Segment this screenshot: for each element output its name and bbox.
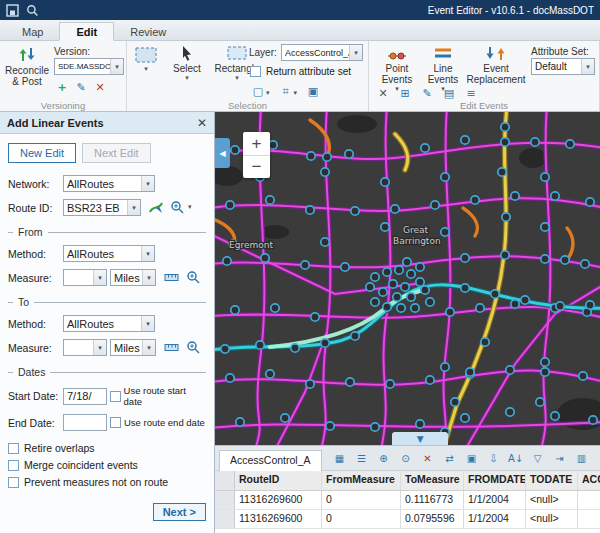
network-select[interactable]: AllRoutes▾ (63, 175, 155, 192)
point-event-marker[interactable] (236, 418, 244, 426)
point-event-marker[interactable] (441, 173, 449, 181)
point-event-marker[interactable] (411, 304, 419, 312)
point-event-marker[interactable] (281, 414, 289, 422)
point-event-marker[interactable] (521, 296, 529, 304)
collapse-panel-button[interactable]: ◀ (215, 138, 230, 168)
point-event-marker[interactable] (541, 255, 549, 263)
column-header[interactable]: ACC (578, 471, 600, 490)
point-event-marker[interactable] (426, 376, 434, 384)
point-event-marker[interactable] (383, 268, 391, 276)
delete-version-icon[interactable]: ✕ (92, 79, 108, 95)
column-header[interactable]: ToMeasure (401, 471, 464, 490)
zoom-out-button[interactable]: − (243, 155, 270, 178)
point-event-marker[interactable] (446, 308, 454, 316)
row-selector[interactable] (215, 510, 235, 528)
point-event-marker[interactable] (271, 304, 279, 312)
use-route-end-date-checkbox[interactable] (110, 417, 121, 428)
point-event-marker[interactable] (441, 228, 449, 236)
to-method-select[interactable]: AllRoutes▾ (63, 315, 155, 332)
point-event-marker[interactable] (371, 423, 379, 431)
map-canvas[interactable]: EgremontGreatBarrington ◀ + − ▼ (215, 112, 600, 445)
point-event-marker[interactable] (586, 301, 594, 309)
point-event-marker[interactable] (393, 293, 401, 301)
point-event-marker[interactable] (256, 341, 264, 349)
table-row[interactable]: 1131626960000.11167731/1/2004<null> (215, 491, 600, 510)
point-event-marker[interactable] (351, 207, 359, 215)
clear-selection-icon[interactable]: ✕ (420, 450, 436, 466)
event-replacement-button[interactable]: Event Replacement (467, 45, 525, 85)
point-event-marker[interactable] (383, 303, 391, 311)
selection-list-button[interactable]: ▣ (305, 83, 321, 99)
magnifier-icon[interactable] (26, 4, 39, 17)
select-button[interactable]: Select ▾ (165, 45, 209, 82)
point-event-marker[interactable] (223, 257, 231, 265)
collapse-table-button[interactable]: ▼ (392, 432, 448, 445)
zoom-to-measure-icon[interactable] (186, 270, 201, 285)
pick-measure-icon[interactable] (164, 271, 179, 284)
point-event-marker[interactable] (366, 283, 374, 291)
point-event-marker[interactable] (407, 293, 415, 301)
return-attribute-set-checkbox[interactable] (250, 66, 261, 77)
zoom-to-measure-icon[interactable] (186, 340, 201, 355)
table-options-icon[interactable]: ▦ (332, 450, 348, 466)
point-event-marker[interactable] (502, 213, 510, 221)
point-event-marker[interactable] (395, 266, 403, 274)
point-event-marker[interactable] (421, 286, 429, 294)
create-version-icon[interactable]: + (54, 79, 70, 95)
point-event-marker[interactable] (461, 136, 469, 144)
point-event-marker[interactable] (501, 138, 509, 146)
filter-icon[interactable]: ▽ (530, 450, 546, 466)
point-event-marker[interactable] (551, 192, 559, 200)
point-event-marker[interactable] (321, 339, 329, 347)
column-header[interactable]: RouteID (235, 471, 322, 490)
point-event-marker[interactable] (301, 261, 309, 269)
point-event-marker[interactable] (551, 412, 559, 420)
clear-selection-button[interactable]: ⌗▾ (278, 83, 298, 99)
end-date-input[interactable] (63, 414, 107, 431)
layer-select[interactable]: AccessControl_A▾ (281, 44, 363, 61)
next-button[interactable]: Next > (153, 503, 206, 521)
point-event-marker[interactable] (389, 280, 397, 288)
export-icon[interactable]: ⇩ (486, 450, 502, 466)
point-event-marker[interactable] (556, 302, 564, 310)
option-checkbox[interactable] (8, 477, 19, 488)
go-to-end-icon[interactable]: ⇥ (552, 450, 568, 466)
row-selector[interactable] (215, 491, 235, 509)
close-panel-icon[interactable]: ✕ (197, 116, 207, 130)
point-event-marker[interactable] (536, 398, 544, 406)
next-edit-button[interactable]: Next Edit (82, 143, 151, 163)
point-event-marker[interactable] (307, 152, 315, 160)
point-event-marker[interactable] (407, 270, 415, 278)
point-event-marker[interactable] (403, 258, 411, 266)
point-event-marker[interactable] (323, 153, 331, 161)
version-select[interactable]: SDE.MASSDOT_editor1▾ (54, 58, 124, 75)
point-event-marker[interactable] (581, 260, 589, 268)
point-event-marker[interactable] (345, 150, 353, 158)
point-event-marker[interactable] (466, 368, 474, 376)
from-method-select[interactable]: AllRoutes▾ (63, 245, 155, 262)
dropdown-caret-icon[interactable]: ▾ (188, 204, 192, 211)
point-event-marker[interactable] (441, 363, 449, 371)
point-event-marker[interactable] (531, 138, 539, 146)
from-measure-select[interactable]: ▾ (63, 269, 107, 286)
zoom-to-route-icon[interactable] (170, 200, 185, 215)
edit-attributes-icon[interactable]: ✎ (419, 85, 435, 101)
point-event-marker[interactable] (589, 416, 597, 424)
point-event-marker[interactable] (306, 206, 314, 214)
point-event-marker[interactable] (491, 290, 499, 298)
point-event-marker[interactable] (261, 254, 269, 262)
point-event-marker[interactable] (511, 192, 519, 200)
point-event-marker[interactable] (346, 378, 354, 386)
point-event-marker[interactable] (461, 284, 469, 292)
reconcile-post-button[interactable]: Reconcile & Post (4, 45, 50, 87)
point-event-marker[interactable] (326, 422, 334, 430)
point-event-marker[interactable] (416, 420, 424, 428)
point-event-marker[interactable] (269, 141, 277, 149)
point-event-marker[interactable] (231, 146, 239, 154)
point-event-marker[interactable] (379, 288, 387, 296)
point-event-marker[interactable] (381, 178, 389, 186)
zoom-to-selection-icon[interactable]: ⊕ (376, 450, 392, 466)
to-unit-select[interactable]: Miles▾ (110, 339, 156, 356)
point-event-marker[interactable] (566, 140, 574, 148)
point-event-marker[interactable] (311, 313, 319, 321)
